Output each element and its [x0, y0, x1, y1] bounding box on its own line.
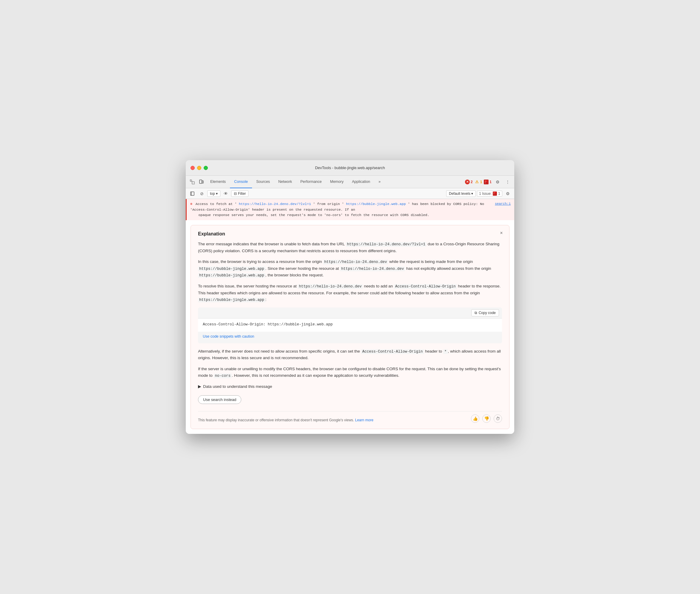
error-source-link[interactable]: search:1 [495, 201, 511, 218]
svg-rect-4 [190, 192, 194, 195]
eye-icon[interactable]: 👁 [221, 190, 230, 198]
warning-number: 1 [480, 180, 482, 184]
filter-icon: ⊟ [234, 192, 237, 196]
error-link-2[interactable]: https://bubble-jingle.web.app [346, 202, 406, 206]
data-toggle[interactable]: ▶ Data used to understand this message [198, 383, 502, 390]
filter-button[interactable]: ⊟ Filter [231, 190, 249, 197]
error-icon: ✕ [465, 179, 470, 184]
explanation-panel: Explanation × The error message indicate… [190, 225, 510, 429]
header-code-1: Access-Control-Allow-Origin [394, 284, 457, 289]
code-block-container: ⧉ Copy code Access-Control-Allow-Origin:… [198, 307, 502, 343]
svg-rect-1 [192, 182, 195, 184]
close-button[interactable] [190, 166, 195, 170]
issue-flag-icon: 🚩 [493, 192, 497, 196]
divider [198, 411, 502, 411]
error-row: ⊗ Access to fetch at ' https://hello-io-… [186, 199, 514, 220]
tab-memory[interactable]: Memory [326, 176, 348, 188]
error-text: ⊗ Access to fetch at ' https://hello-io-… [190, 201, 492, 218]
code-snippet: Access-Control-Allow-Origin: https://bub… [198, 318, 502, 332]
tab-network[interactable]: Network [274, 176, 296, 188]
triangle-icon: ▶ [198, 383, 201, 390]
no-cors-code: no-cors [214, 373, 232, 378]
titlebar: DevTools - bubble-jingle.web.app/search [186, 160, 514, 176]
close-explanation-button[interactable]: × [498, 229, 505, 237]
more-options-icon[interactable]: ⋮ [503, 178, 512, 186]
copy-icon: ⧉ [475, 311, 477, 315]
tab-sources[interactable]: Sources [252, 176, 274, 188]
error-circle-icon: ⊗ [190, 202, 192, 206]
resolve-code-1: https://hello-io-24.deno.dev [298, 284, 363, 289]
context-selector[interactable]: top ▾ [207, 190, 220, 197]
explanation-para-5: If the server is unable or unwilling to … [198, 366, 502, 379]
explanation-para-1: The error message indicates that the bro… [198, 241, 502, 254]
chevron-down-icon: ▾ [216, 192, 218, 196]
chevron-down-icon: ▾ [471, 192, 473, 196]
issues-badge[interactable]: 1 Issue: 🚩 1 [477, 191, 502, 197]
window-title: DevTools - bubble-jingle.web.app/search [315, 166, 385, 170]
origin-code-4: https://bubble-jingle.web.app [198, 273, 266, 278]
origin-code-5: https://bubble-jingle.web.app [198, 298, 266, 302]
devtools-window: DevTools - bubble-jingle.web.app/search … [186, 160, 514, 434]
warning-count: ⚠ 1 [475, 179, 482, 184]
device-toolbar-icon[interactable] [197, 178, 206, 186]
disclaimer-text: This feature may display inaccurate or o… [198, 418, 373, 423]
feedback-icons: 👍 👎 ⏱ [471, 415, 502, 423]
tab-console[interactable]: Console [230, 176, 252, 188]
error-number: 2 [470, 180, 473, 184]
explanation-para-2: In this case, the browser is trying to a… [198, 259, 502, 279]
error-count: ✕ 2 [465, 179, 473, 184]
explanation-body: The error message indicates that the bro… [198, 241, 502, 423]
maximize-button[interactable] [204, 166, 208, 170]
tab-list: Elements Console Sources Network Perform… [206, 176, 464, 188]
toolbar-right: ✕ 2 ⚠ 1 🚩 1 ⚙ ⋮ [465, 178, 512, 186]
copy-code-button[interactable]: ⧉ Copy code [471, 309, 499, 317]
devtools-tab-bar: Elements Console Sources Network Perform… [186, 176, 514, 188]
explanation-para-4: Alternatively, if the server does not ne… [198, 348, 502, 362]
wildcard-code: * [443, 349, 448, 354]
url-code-1: https://hello-io-24.deno.dev/?lvl=1 [346, 242, 427, 247]
explanation-title: Explanation [198, 231, 502, 237]
console-toolbar: ⊘ top ▾ 👁 ⊟ Filter Default levels ▾ 1 Is… [186, 188, 514, 199]
code-block-toolbar: ⧉ Copy code [198, 307, 502, 318]
header-code-2: Access-Control-Allow-Origin [361, 349, 424, 354]
origin-code-3: https://hello-io-24.deno.dev [340, 266, 405, 271]
tab-application[interactable]: Application [348, 176, 374, 188]
sidebar-toggle-icon[interactable] [188, 190, 197, 198]
origin-code-1: https://hello-io-24.deno.dev [323, 260, 388, 264]
learn-more-link[interactable]: Learn more [355, 418, 373, 422]
tab-elements[interactable]: Elements [206, 176, 230, 188]
minimize-button[interactable] [197, 166, 201, 170]
error-link-1[interactable]: https://hello-io-24.deno.dev/?lvl=1 [239, 202, 311, 206]
clear-console-icon[interactable]: ⊘ [198, 190, 206, 198]
explanation-para-3: To resolve this issue, the server hostin… [198, 283, 502, 303]
thumbs-down-button[interactable]: 👎 [482, 415, 491, 423]
svg-rect-2 [200, 180, 202, 184]
svg-rect-3 [202, 181, 203, 183]
log-levels-selector[interactable]: Default levels ▾ [446, 190, 476, 197]
tab-performance[interactable]: Performance [296, 176, 326, 188]
origin-code-2: https://bubble-jingle.web.app [198, 266, 266, 271]
tab-more[interactable]: » [375, 176, 385, 188]
thumbs-up-button[interactable]: 👍 [471, 415, 479, 423]
report-button[interactable]: ⏱ [494, 415, 502, 423]
svg-rect-0 [190, 180, 192, 182]
console-area: ⊗ Access to fetch at ' https://hello-io-… [186, 199, 514, 434]
warning-icon: ⚠ [475, 179, 479, 184]
panel-footer: This feature may display inaccurate or o… [198, 415, 502, 423]
settings-icon[interactable]: ⚙ [493, 178, 502, 186]
caution-link[interactable]: Use code snippets with caution [198, 332, 502, 343]
use-search-button[interactable]: Use search instead [198, 395, 241, 404]
issue-count-badge: 🚩 1 [484, 179, 492, 184]
issue-icon: 🚩 [484, 179, 489, 184]
filter-area: ⊟ Filter [231, 190, 445, 197]
console-settings-icon[interactable]: ⚙ [503, 190, 512, 198]
inspect-element-icon[interactable] [188, 178, 197, 186]
issue-number: 1 [489, 180, 492, 184]
traffic-lights [190, 166, 208, 170]
